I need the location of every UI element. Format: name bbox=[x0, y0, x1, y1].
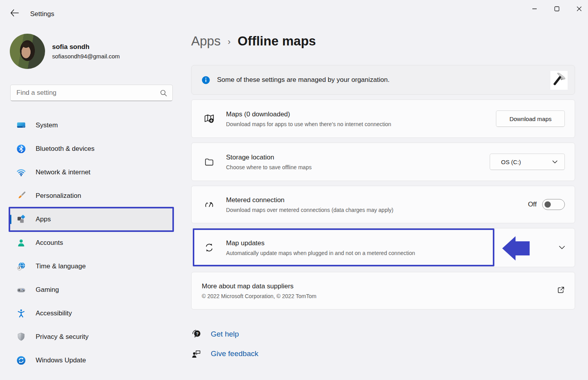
window-controls bbox=[525, 0, 588, 17]
banner-text: Some of these settings are managed by yo… bbox=[217, 76, 389, 84]
time-language-icon bbox=[16, 261, 27, 272]
breadcrumb: Apps › Offline maps bbox=[191, 34, 316, 49]
minimize-icon bbox=[532, 6, 537, 11]
storage-drive-value: OS (C:) bbox=[501, 159, 521, 165]
bluetooth-icon bbox=[16, 143, 27, 154]
sidebar-item-network[interactable]: Network & internet bbox=[10, 161, 172, 183]
managed-settings-banner: Some of these settings are managed by yo… bbox=[191, 65, 575, 95]
map-updates-subtitle: Automatically update maps when plugged i… bbox=[226, 250, 415, 256]
sidebar-item-label: Gaming bbox=[36, 286, 59, 294]
search-icon bbox=[160, 90, 167, 96]
sidebar-item-personalization[interactable]: Personalization bbox=[10, 185, 172, 207]
annotation-arrow-icon bbox=[502, 235, 530, 263]
apps-icon bbox=[16, 214, 27, 225]
get-help-row: ? Get help bbox=[191, 328, 348, 341]
sidebar-item-label: Bluetooth & devices bbox=[36, 145, 94, 153]
info-icon bbox=[202, 76, 210, 84]
sidebar-item-privacy[interactable]: Privacy & security bbox=[10, 326, 172, 348]
map-updates-expander[interactable] bbox=[559, 245, 565, 251]
sidebar-item-accessibility[interactable]: Accessibility bbox=[10, 302, 172, 324]
user-email: sofiasondh94@gmail.com bbox=[52, 53, 120, 60]
network-icon bbox=[16, 167, 27, 178]
breadcrumb-apps[interactable]: Apps bbox=[191, 34, 221, 49]
search-input[interactable] bbox=[11, 89, 160, 97]
user-profile[interactable]: sofia sondh sofiasondh94@gmail.com bbox=[10, 34, 120, 69]
personalization-icon bbox=[16, 190, 27, 201]
storage-location-card: Storage location Choose where to save of… bbox=[191, 143, 575, 181]
breadcrumb-separator-icon: › bbox=[228, 37, 230, 47]
map-updates-card[interactable]: Map updates Automatically update maps wh… bbox=[191, 228, 575, 267]
sync-icon bbox=[203, 242, 215, 253]
sidebar-item-apps[interactable]: Apps bbox=[10, 208, 172, 230]
search-box[interactable] bbox=[10, 85, 173, 101]
sidebar-item-label: Privacy & security bbox=[36, 333, 89, 341]
selected-indicator bbox=[10, 215, 11, 224]
storage-drive-dropdown[interactable]: OS (C:) bbox=[490, 154, 565, 170]
sidebar-item-time-language[interactable]: Time & language bbox=[10, 255, 172, 277]
sidebar-item-bluetooth[interactable]: Bluetooth & devices bbox=[10, 138, 172, 160]
windows-update-icon bbox=[16, 355, 27, 366]
metered-toggle[interactable] bbox=[542, 199, 565, 210]
sidebar-item-system[interactable]: System bbox=[10, 114, 172, 136]
settings-cards: Maps (0 downloaded) Download maps for ap… bbox=[191, 100, 575, 314]
chevron-down-icon bbox=[559, 245, 565, 251]
accessibility-icon bbox=[16, 308, 27, 319]
back-button[interactable] bbox=[7, 7, 22, 20]
maximize-icon bbox=[554, 6, 559, 11]
sidebar-item-label: Personalization bbox=[36, 192, 81, 200]
annotation-highlight-apps bbox=[9, 207, 174, 232]
get-help-link[interactable]: Get help bbox=[211, 330, 239, 338]
storage-subtitle: Choose where to save offline maps bbox=[226, 164, 311, 170]
footer-links: ? Get help Give feedback bbox=[191, 328, 348, 367]
sidebar-item-label: Windows Update bbox=[36, 356, 86, 364]
close-icon bbox=[577, 6, 582, 11]
suppliers-title: More about map data suppliers bbox=[202, 282, 317, 290]
download-maps-button[interactable]: Download maps bbox=[496, 110, 565, 127]
sidebar-item-label: System bbox=[36, 121, 58, 129]
map-download-icon bbox=[203, 113, 215, 125]
settings-window: Settings sofia sondh sofiasondh94@gmail.… bbox=[0, 0, 588, 380]
sidebar-item-label: Time & language bbox=[36, 262, 86, 270]
privacy-icon bbox=[16, 331, 27, 342]
give-feedback-row: Give feedback bbox=[191, 347, 348, 360]
sidebar-nav: System Bluetooth & devices Network & int… bbox=[10, 114, 172, 373]
sidebar-item-label: Accessibility bbox=[36, 309, 72, 317]
folder-icon bbox=[203, 156, 215, 168]
app-title: Settings bbox=[30, 10, 54, 18]
gaming-icon bbox=[16, 284, 27, 295]
metered-title: Metered connection bbox=[226, 196, 393, 204]
back-arrow-icon bbox=[10, 9, 19, 18]
sidebar-item-windows-update[interactable]: Windows Update bbox=[10, 349, 172, 371]
toggle-knob bbox=[545, 201, 551, 208]
svg-text:?: ? bbox=[196, 331, 199, 336]
maps-card: Maps (0 downloaded) Download maps for ap… bbox=[191, 100, 575, 138]
sidebar-item-accounts[interactable]: Accounts bbox=[10, 232, 172, 254]
feedback-icon bbox=[191, 348, 202, 359]
sidebar-item-label: Apps bbox=[36, 215, 51, 223]
system-icon bbox=[16, 120, 27, 131]
toggle-state-label: Off bbox=[528, 201, 537, 208]
sidebar-item-label: Accounts bbox=[36, 239, 63, 247]
storage-title: Storage location bbox=[226, 154, 311, 161]
help-bubble-icon: ? bbox=[191, 329, 202, 340]
maps-title: Maps (0 downloaded) bbox=[226, 110, 391, 118]
hammer-icon bbox=[550, 71, 568, 90]
close-button[interactable] bbox=[570, 0, 588, 17]
chevron-down-icon bbox=[552, 158, 557, 165]
maximize-button[interactable] bbox=[548, 0, 566, 17]
map-data-suppliers-card[interactable]: More about map data suppliers © 2022 Mic… bbox=[191, 272, 575, 309]
metered-subtitle: Download maps over metered connections (… bbox=[226, 207, 393, 213]
page-title: Offline maps bbox=[238, 34, 316, 49]
minimize-button[interactable] bbox=[525, 0, 543, 17]
give-feedback-link[interactable]: Give feedback bbox=[211, 349, 258, 358]
external-link-icon[interactable] bbox=[557, 286, 565, 295]
suppliers-copyright: © 2022 Microsoft Corporation, © 2022 Tom… bbox=[202, 293, 317, 299]
accounts-icon bbox=[16, 237, 27, 248]
main-content: Apps › Offline maps Some of these settin… bbox=[191, 22, 575, 380]
user-name: sofia sondh bbox=[52, 43, 120, 51]
avatar bbox=[10, 34, 45, 69]
map-updates-title: Map updates bbox=[226, 239, 415, 247]
sidebar: sofia sondh sofiasondh94@gmail.com Syste… bbox=[0, 22, 182, 380]
maps-subtitle: Download maps for apps to use when there… bbox=[226, 121, 391, 127]
sidebar-item-gaming[interactable]: Gaming bbox=[10, 279, 172, 301]
